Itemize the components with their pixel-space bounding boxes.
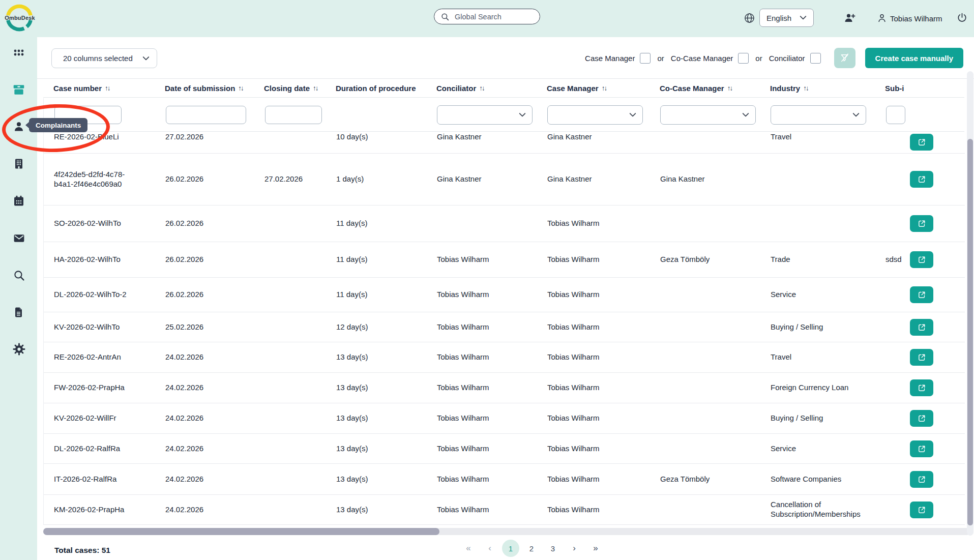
sort-icon[interactable]: ↑↓	[602, 84, 607, 92]
open-case-button[interactable]	[910, 215, 933, 232]
pagination-page-1[interactable]: 1	[502, 540, 519, 557]
open-case-button[interactable]	[910, 286, 933, 303]
column-header-case-manager[interactable]: Case Manager↑↓	[547, 84, 660, 93]
open-case-icon	[918, 353, 926, 362]
pagination-prev-icon[interactable]: ‹	[481, 539, 499, 557]
open-case-button[interactable]	[910, 502, 933, 518]
language-select[interactable]: English	[759, 9, 814, 27]
cases-box-icon	[12, 83, 25, 97]
sidebar-item-complainants[interactable]	[12, 120, 25, 133]
conciliator-checkbox[interactable]	[810, 53, 821, 64]
user-menu[interactable]: Tobias Wilharm	[877, 13, 942, 23]
column-label: Sub-i	[885, 84, 904, 93]
sidebar-item-mail[interactable]	[12, 231, 25, 245]
open-case-button[interactable]	[910, 251, 933, 268]
filter-date-of-submission-input[interactable]	[166, 106, 246, 124]
sidebar-item-settings[interactable]	[12, 342, 25, 356]
sort-icon[interactable]: ↑↓	[238, 84, 243, 92]
filter-conciliator-select[interactable]	[437, 105, 533, 125]
cell-case-manager: Gina Kastner	[547, 132, 592, 141]
pagination-last-icon[interactable]: »	[586, 539, 605, 557]
cell: Tobias Wilharm	[547, 290, 660, 300]
cell: 24.02.2026	[165, 352, 264, 362]
open-case-button[interactable]	[910, 379, 933, 396]
column-header-closing-date[interactable]: Closing date↑↓	[264, 84, 336, 93]
filter-sub-i-input[interactable]	[886, 106, 905, 124]
cell: 13 day(s)	[336, 383, 437, 393]
cell: Tobias Wilharm	[437, 505, 547, 515]
column-header-co-case-manager[interactable]: Co-Case Manager↑↓	[660, 84, 770, 93]
cell-date-of-submission: 26.02.2026	[165, 290, 203, 299]
cell: DL-2026-02-RalfRa	[54, 444, 165, 454]
sidebar-item-companies[interactable]	[12, 157, 25, 170]
table-row: HA-2026-02-WilhTo26.02.202611 day(s)Tobi…	[44, 242, 965, 278]
open-case-icon	[918, 138, 926, 146]
cell: Software Companies	[771, 475, 886, 484]
language-value: English	[766, 14, 791, 22]
case-manager-checkbox[interactable]	[640, 53, 651, 64]
sort-icon[interactable]: ↑↓	[105, 84, 110, 92]
horizontal-scrollbar-thumb[interactable]	[43, 528, 439, 535]
cell: 24.02.2026	[165, 414, 264, 423]
filter-closing-date-input[interactable]	[265, 106, 322, 124]
sort-icon[interactable]: ↑↓	[479, 84, 484, 92]
user-name: Tobias Wilharm	[890, 14, 942, 23]
cell: Tobias Wilharm	[437, 414, 547, 423]
sidebar-item-apps[interactable]	[12, 46, 25, 59]
globe-icon[interactable]	[744, 12, 755, 24]
column-header-date-of-submission[interactable]: Date of submission↑↓	[165, 84, 264, 93]
cell-conciliator: Tobias Wilharm	[437, 505, 489, 514]
cell-actions	[910, 215, 965, 232]
cell-date-of-submission: 25.02.2026	[165, 322, 203, 331]
table-row: IT-2026-02-RalfRa24.02.202613 day(s)Tobi…	[44, 464, 965, 495]
topbar: OmbuDesk English	[0, 0, 974, 37]
sidebar-item-search[interactable]	[12, 269, 25, 282]
filter-case-manager-select[interactable]	[547, 105, 643, 125]
co-case-manager-checkbox[interactable]	[738, 53, 749, 64]
global-search-input[interactable]	[454, 12, 532, 21]
sort-icon[interactable]: ↑↓	[313, 84, 318, 92]
open-case-button[interactable]	[910, 319, 933, 336]
open-case-button[interactable]	[910, 471, 933, 488]
global-search[interactable]	[434, 9, 540, 24]
cell-conciliator: Tobias Wilharm	[437, 255, 489, 263]
filter-industry-select[interactable]	[771, 105, 866, 125]
table-row: KM-2026-02-PrapHa24.02.202613 day(s)Tobi…	[44, 495, 965, 525]
cell-case-manager: Tobias Wilharm	[547, 219, 600, 227]
sidebar-item-documents[interactable]	[12, 306, 25, 319]
open-case-button[interactable]	[910, 410, 933, 427]
pagination-page-3[interactable]: 3	[544, 539, 562, 557]
cell-case-number: IT-2026-02-RalfRa	[54, 475, 116, 484]
column-header-case-number[interactable]: Case number↑↓	[53, 84, 165, 93]
sort-icon[interactable]: ↑↓	[727, 84, 732, 92]
filter-cell	[547, 105, 660, 125]
table-header-row: Case number↑↓Date of submission↑↓Closing…	[43, 79, 964, 98]
column-header-industry[interactable]: Industry↑↓	[770, 84, 885, 93]
app-logo[interactable]: OmbuDesk	[5, 2, 35, 35]
add-user-icon[interactable]	[844, 12, 856, 24]
open-case-button[interactable]	[910, 440, 933, 457]
pagination-next-icon[interactable]: ›	[565, 539, 583, 557]
cell-case-number: FW-2026-02-PrapHa	[54, 383, 125, 393]
sidebar-item-cases[interactable]	[12, 83, 25, 96]
pagination-first-icon[interactable]: «	[459, 539, 478, 557]
column-label: Conciliator	[436, 84, 476, 93]
cell-case-manager: Tobias Wilharm	[547, 505, 600, 514]
sort-icon[interactable]: ↑↓	[803, 84, 808, 92]
open-case-button[interactable]	[910, 134, 933, 151]
logout-power-icon[interactable]	[957, 12, 967, 23]
filter-co-case-manager-select[interactable]	[660, 105, 756, 125]
pagination-page-2[interactable]: 2	[522, 539, 541, 557]
open-case-button[interactable]	[910, 171, 933, 188]
cell: Gina Kastner	[547, 132, 660, 142]
column-header-conciliator[interactable]: Conciliator↑↓	[436, 84, 547, 93]
cell: Tobias Wilharm	[437, 475, 547, 484]
cell-case-number: KV-2026-02-WillFr	[54, 414, 116, 423]
create-case-button[interactable]: Create case manually	[865, 48, 963, 68]
sidebar-item-calendar[interactable]	[12, 194, 25, 208]
columns-select[interactable]: 20 columns selected	[51, 48, 157, 68]
vertical-scrollbar-thumb[interactable]	[967, 139, 973, 525]
cell-duration: 13 day(s)	[336, 505, 368, 514]
open-case-button[interactable]	[910, 349, 933, 366]
clear-filters-button[interactable]	[834, 48, 855, 68]
